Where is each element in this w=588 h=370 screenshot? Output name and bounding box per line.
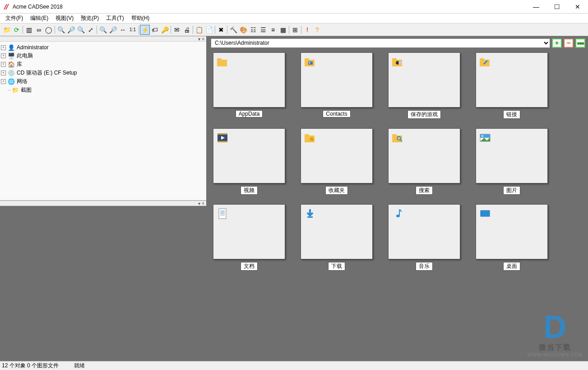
key-icon[interactable]: 🔑 <box>160 25 170 35</box>
paste-icon[interactable]: 📄 <box>204 25 214 35</box>
svg-rect-32 <box>481 211 490 216</box>
zoom-fit-icon[interactable]: 🔍 <box>98 25 108 35</box>
minimize-button[interactable]: — <box>526 0 546 14</box>
tag-icon[interactable]: 🏷 <box>150 25 160 35</box>
zoom-out-icon[interactable]: 🔍 <box>56 25 66 35</box>
folder-item[interactable]: AppData <box>211 52 287 125</box>
tree-node[interactable]: +💿CD 驱动器 (E:) CF Setup <box>1 69 205 77</box>
folder-item[interactable]: Contacts <box>298 52 375 125</box>
status-bar: 12 个对象 0 个图形文件 就绪 <box>0 361 588 370</box>
titlebar: Acme CADSee 2018 — ☐ ✕ <box>0 0 588 14</box>
tree-node[interactable]: ····📁截图 <box>1 86 205 94</box>
tree-panel-header: ▾ × <box>0 36 206 42</box>
menu-edit[interactable]: 编辑(E) <box>27 14 52 23</box>
print-icon[interactable]: 🖨 <box>182 25 192 35</box>
folder-item[interactable]: 收藏夹 <box>298 128 375 201</box>
circle-icon[interactable]: ◯ <box>44 25 54 35</box>
tree-node[interactable]: +🌐网络 <box>1 77 205 86</box>
bolt-icon[interactable]: ⚡ <box>140 25 150 35</box>
remove-button[interactable]: − <box>564 38 574 48</box>
folder-label: 视频 <box>241 186 258 195</box>
folder-tree[interactable]: +👤Administrator+🖥️此电脑+🏠库+💿CD 驱动器 (E:) CF… <box>0 42 206 201</box>
folder-item[interactable]: 音乐 <box>386 204 463 276</box>
menubar: 文件(F) 编辑(E) 视图(V) 预览(P) 工具(T) 帮助(H) <box>0 14 588 23</box>
sort2-icon[interactable]: ☰ <box>258 25 268 35</box>
close-button[interactable]: ✕ <box>567 0 588 14</box>
svg-rect-30 <box>307 216 313 218</box>
links-icon <box>479 56 491 68</box>
search-icon <box>391 131 404 144</box>
folder-item[interactable]: 链接 <box>473 52 550 125</box>
svg-rect-11 <box>218 133 227 135</box>
desktop-icon <box>479 207 491 220</box>
zoom-11-icon[interactable]: 1:1 <box>128 25 138 35</box>
folder-label: AppData <box>236 110 263 117</box>
app-icon <box>3 3 10 10</box>
path-bar: C:\Users\Administrator + − ■■■ <box>211 38 585 48</box>
menu-view[interactable]: 视图(V) <box>52 14 77 23</box>
folder-icon <box>216 56 229 68</box>
status-ready: 就绪 <box>74 362 85 370</box>
zoom-actual-icon[interactable]: 🔎 <box>108 25 118 35</box>
help-icon[interactable]: ? <box>312 25 322 35</box>
zoom-icon[interactable]: 🔎 <box>66 25 76 35</box>
panel-icon[interactable]: ▥ <box>24 25 34 35</box>
menu-tools[interactable]: 工具(T) <box>102 14 127 23</box>
documents-icon <box>216 207 229 220</box>
mail-icon[interactable]: ✉ <box>172 25 182 35</box>
folder-label: 图片 <box>503 186 520 195</box>
svg-rect-4 <box>308 61 313 65</box>
list-icon[interactable]: ≡ <box>268 25 278 35</box>
maximize-button[interactable]: ☐ <box>546 0 567 14</box>
folder-label: 桌面 <box>503 262 520 271</box>
folder-item[interactable]: 视频 <box>211 128 287 201</box>
copy-icon[interactable]: 📋 <box>194 25 204 35</box>
colors-icon[interactable]: 🎨 <box>238 25 248 35</box>
folder-label: 链接 <box>503 110 520 119</box>
folder-item[interactable]: 文档 <box>211 204 287 276</box>
toolbar: 📁 ⟳ ▥ ∞ ◯ 🔍 🔎 🔍 ⤢ 🔍 🔎 ↔ 1:1 ⚡ 🏷 🔑 ✉ 🖨 📋 … <box>0 23 588 36</box>
window-icon[interactable]: ⊞ <box>290 25 300 35</box>
thumb-icon[interactable]: ∞ <box>34 25 44 35</box>
panel-close-icon[interactable]: × <box>202 201 204 206</box>
path-dropdown[interactable]: C:\Users\Administrator <box>211 38 550 48</box>
refresh-icon[interactable]: ⟳ <box>12 25 22 35</box>
folder-item[interactable]: 保存的游戏 <box>386 52 463 125</box>
svg-point-23 <box>482 135 483 137</box>
menu-help[interactable]: 帮助(H) <box>128 14 153 23</box>
folder-icon[interactable]: 📁 <box>2 25 12 35</box>
hammer-icon[interactable]: 🔨 <box>228 25 238 35</box>
svg-rect-18 <box>392 134 397 137</box>
thumbnail-grid[interactable]: AppDataContacts保存的游戏链接视频收藏夹搜索图片文档下载音乐桌面 <box>208 50 588 361</box>
preview-panel-header: ▾ × <box>0 201 206 206</box>
zoom-width-icon[interactable]: ↔ <box>118 25 128 35</box>
panel-close-icon[interactable]: × <box>202 37 204 42</box>
delete-icon[interactable]: ✖ <box>216 25 226 35</box>
games-icon <box>391 56 404 68</box>
zoom-region-icon[interactable]: ⤢ <box>86 25 96 35</box>
tree-node[interactable]: +👤Administrator <box>1 43 205 52</box>
panel-pin-icon[interactable]: ▾ <box>198 37 200 42</box>
svg-rect-7 <box>392 58 397 61</box>
left-panel: ▾ × +👤Administrator+🖥️此电脑+🏠库+💿CD 驱动器 (E:… <box>0 36 208 361</box>
menu-file[interactable]: 文件(F) <box>2 14 27 23</box>
zoom-in-icon[interactable]: 🔍 <box>76 25 86 35</box>
folder-item[interactable]: 图片 <box>473 128 550 201</box>
menu-preview[interactable]: 预览(P) <box>77 14 102 23</box>
sort1-icon[interactable]: ☷ <box>248 25 258 35</box>
window-title: Acme CADSee 2018 <box>13 4 526 10</box>
folder-item[interactable]: 搜索 <box>386 128 463 201</box>
folder-item[interactable]: 下载 <box>298 204 375 276</box>
panel-pin-icon[interactable]: ▾ <box>198 201 200 206</box>
pictures-icon <box>479 131 491 144</box>
tree-node[interactable]: +🖥️此电脑 <box>1 52 205 60</box>
add-button[interactable]: + <box>552 38 562 48</box>
folder-item[interactable]: 桌面 <box>473 204 550 276</box>
svg-rect-9 <box>480 58 484 61</box>
alert-icon[interactable]: ! <box>302 25 312 35</box>
menu-button[interactable]: ■■■ <box>575 38 585 48</box>
details-icon[interactable]: ▦ <box>278 25 288 35</box>
folder-label: Contacts <box>323 110 350 117</box>
svg-rect-12 <box>218 141 227 142</box>
tree-node[interactable]: +🏠库 <box>1 60 205 69</box>
